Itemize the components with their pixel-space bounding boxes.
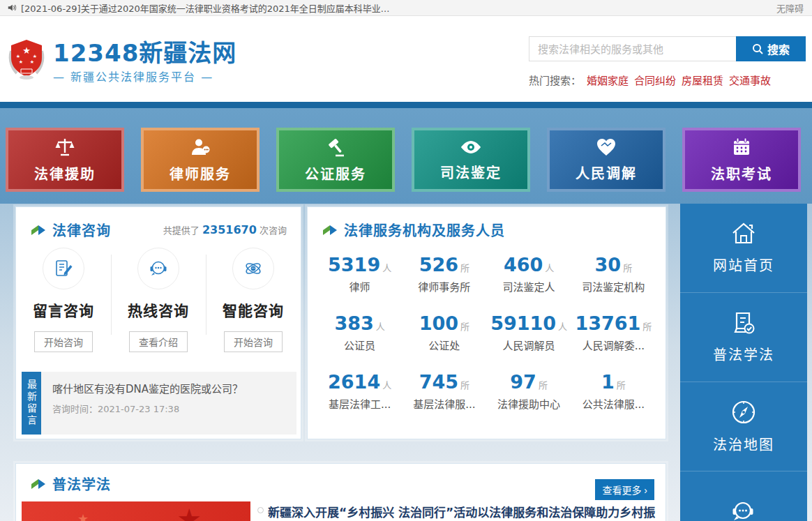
search-bar: 搜索 [529, 36, 806, 61]
svg-text:★: ★ [22, 45, 31, 56]
stat-legal-aid-centers: 97所法律援助中心 [487, 371, 571, 411]
eye-icon [460, 138, 482, 156]
gavel-icon [325, 137, 346, 158]
start-smart-consult-button[interactable]: 开始咨询 [224, 331, 283, 352]
tile-label: 法职考试 [711, 163, 772, 183]
channel-label: 智能咨询 [223, 299, 284, 320]
service-tiles: 法律援助 律师服务 公证服务 司法鉴定 [6, 128, 806, 192]
tile-law-exam[interactable]: 法职考试 [682, 128, 801, 192]
svg-text:★: ★ [16, 54, 20, 59]
site-subtitle: — 新疆公共法律服务平台 — [53, 68, 213, 84]
tile-judicial-appraisal[interactable]: 司法鉴定 [412, 128, 530, 192]
quick-nav-sidebar: 网站首页 普法学法 法治地图 [680, 204, 807, 521]
latest-message-box: 最新留言 喀什地区有没有DNA鉴定的医院或公司？ 咨询时间：2021-07-23… [22, 372, 296, 435]
tile-label: 律师服务 [170, 163, 231, 183]
sidebar-item-label: 法治地图 [713, 434, 774, 454]
tile-label: 公证服务 [305, 163, 366, 183]
hotline-headset-icon [137, 248, 179, 289]
sidebar-item-law-study[interactable]: 普法学法 [680, 293, 807, 382]
search-button[interactable]: 搜索 [736, 36, 806, 61]
latest-message-tab: 最新留言 [22, 372, 41, 435]
sidebar-item-law-map[interactable]: 法治地图 [680, 382, 807, 471]
hotline-icon [730, 499, 758, 521]
timeline-dot [257, 507, 264, 513]
hot-link-rental[interactable]: 房屋租赁 [682, 73, 723, 87]
law-study-title: 普法学法 [52, 474, 111, 494]
stat-grassroots-workers: 2614人基层法律工... [317, 371, 402, 411]
sidebar-item-label: 普法学法 [713, 344, 774, 364]
stat-mediation-committees: 13761所人民调解委... [571, 312, 656, 352]
sidebar-item-hotline[interactable] [680, 471, 807, 521]
view-hotline-intro-button[interactable]: 查看介绍 [129, 331, 188, 352]
search-input[interactable] [529, 36, 736, 61]
latest-question: 喀什地区有没有DNA鉴定的医院或公司？ [52, 381, 285, 395]
hot-search-row: 热门搜索： 婚姻家庭 合同纠纷 房屋租赁 交通事故 [529, 73, 771, 87]
stat-public-service-centers: 1所公共法律服... [571, 371, 656, 411]
stat-appraisal-orgs: 30所司法鉴定机构 [571, 254, 656, 294]
svg-text:★: ★ [19, 59, 23, 65]
search-button-label: 搜索 [767, 40, 790, 57]
channel-label: 热线咨询 [128, 299, 189, 320]
org-stats-header: 法律服务机构及服务人员 [308, 207, 666, 240]
tile-label: 法律援助 [34, 163, 96, 183]
scales-icon [54, 137, 75, 158]
ribbon-icon [30, 224, 47, 236]
latest-message-body: 喀什地区有没有DNA鉴定的医院或公司？ 咨询时间：2021-07-23 17:3… [41, 372, 296, 435]
sidebar-item-home[interactable]: 网站首页 [680, 204, 807, 293]
svg-text:★: ★ [33, 54, 37, 59]
hot-search-label: 热门搜索： [529, 73, 581, 87]
consultation-count: 共提供了 2351670 次咨询 [163, 223, 287, 236]
hot-link-contract[interactable]: 合同纠纷 [634, 73, 676, 87]
tile-notary-service[interactable]: 公证服务 [276, 128, 395, 192]
consultation-header: 法律咨询 共提供了 2351670 次咨询 [16, 207, 301, 240]
speaker-icon [7, 3, 17, 13]
ribbon-icon [322, 224, 338, 236]
stats-grid: 5319人律师 526所律师事务所 460人司法鉴定人 30所司法鉴定机构 38… [308, 240, 666, 411]
stat-grassroots-offices: 745所基层法律服... [402, 371, 486, 411]
lawyer-icon [190, 137, 211, 158]
law-study-header: 普法学法 [16, 464, 666, 494]
star-decoration: ★ [176, 503, 202, 521]
tile-label: 人民调解 [576, 163, 637, 183]
channel-label: 留言咨询 [33, 299, 94, 320]
view-more-button[interactable]: 查看更多 › [595, 479, 654, 500]
ai-robot-icon [232, 248, 274, 289]
tile-people-mediation[interactable]: 人民调解 [547, 128, 666, 192]
tile-legal-aid[interactable]: 法律援助 [6, 128, 124, 192]
channel-smart: 智能咨询 开始咨询 [206, 248, 301, 352]
message-pen-icon [43, 248, 84, 289]
org-stats-title: 法律服务机构及服务人员 [344, 220, 505, 240]
ribbon-icon [30, 478, 47, 490]
channel-message: 留言咨询 开始咨询 [16, 248, 111, 352]
hot-link-marriage[interactable]: 婚姻家庭 [587, 73, 629, 87]
stat-lawyers: 5319人律师 [317, 254, 402, 294]
search-icon [752, 43, 763, 54]
legal-consultation-card: 法律咨询 共提供了 2351670 次咨询 留言咨询 开始咨询 热线咨询 查看介… [15, 206, 301, 439]
consultation-count-number: 2351670 [202, 223, 257, 236]
tile-lawyer-service[interactable]: 律师服务 [141, 128, 260, 192]
news-thumbnail[interactable]: ★ ★ [22, 501, 250, 521]
news-row: ★ ★ 新疆深入开展“乡村振兴 法治同行”活动以法律服务和法治保障助力乡村振兴 [22, 501, 659, 521]
site-header: ★ ★ ★ ★ ★ 12348新疆法网 — 新疆公共法律服务平台 — 搜索 热门… [0, 16, 812, 102]
header-divider [0, 102, 812, 108]
announcement-link[interactable]: [2021-06-29]关于通过2020年国家统一法律职业资格考试的2021年全… [21, 1, 776, 15]
service-band: 法律援助 律师服务 公证服务 司法鉴定 [0, 108, 812, 204]
page: [2021-06-29]关于通过2020年国家统一法律职业资格考试的2021年全… [0, 0, 812, 521]
stat-appraisers: 460人司法鉴定人 [487, 254, 571, 294]
site-title: 12348新疆法网 [53, 34, 236, 68]
news-title-link[interactable]: 新疆深入开展“乡村振兴 法治同行”活动以法律服务和法治保障助力乡村振兴 [268, 503, 659, 521]
hot-link-traffic[interactable]: 交通事故 [729, 73, 771, 87]
tile-label: 司法鉴定 [440, 162, 502, 182]
svg-text:★: ★ [30, 59, 34, 65]
star-decoration: ★ [77, 511, 89, 521]
compass-icon [730, 399, 757, 425]
latest-time: 咨询时间：2021-07-23 17:38 [52, 402, 285, 415]
announcement-bar: [2021-06-29]关于通过2020年国家统一法律职业资格考试的2021年全… [0, 0, 812, 16]
home-icon [730, 221, 757, 246]
start-message-consult-button[interactable]: 开始咨询 [34, 331, 93, 352]
consultation-channels: 留言咨询 开始咨询 热线咨询 查看介绍 智能咨询 开始咨询 [16, 248, 302, 352]
stat-notaries: 383人公证员 [317, 312, 402, 352]
org-stats-card: 法律服务机构及服务人员 5319人律师 526所律师事务所 460人司法鉴定人 … [307, 206, 666, 439]
accessibility-toggle[interactable]: 无障碍 [776, 1, 804, 15]
channel-hotline: 热线咨询 查看介绍 [111, 248, 206, 352]
